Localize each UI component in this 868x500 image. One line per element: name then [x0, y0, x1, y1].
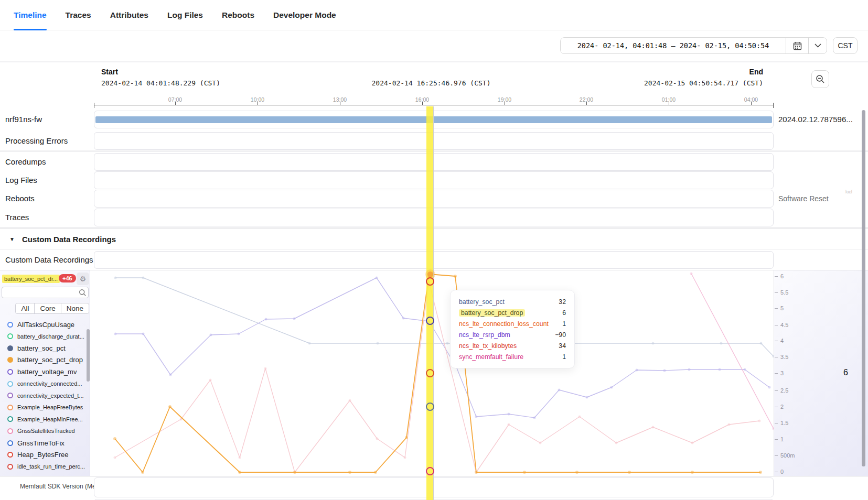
time-tick-mark [505, 102, 505, 105]
legend-color-circle [7, 333, 13, 339]
legend-item-connectivity-expected-t[interactable]: connectivity_expected_t... [0, 390, 87, 401]
firmware-version-bar[interactable] [95, 116, 772, 123]
tab-traces[interactable]: Traces [66, 0, 91, 30]
timeline-cursor-band[interactable] [426, 106, 433, 500]
tab-attributes[interactable]: Attributes [110, 0, 148, 30]
divider [0, 476, 868, 477]
time-tick-mark [258, 102, 258, 105]
selected-metric-chip[interactable]: battery_soc_pct_dr... [2, 275, 60, 283]
legend-item-battery-discharge-durat[interactable]: battery_discharge_durat... [0, 331, 87, 342]
cursor-value-label: 6 [843, 368, 848, 377]
data-point [688, 368, 691, 371]
tooltip-value: −90 [555, 331, 566, 339]
legend-item-example-heapfreebytes[interactable]: Example_HeapFreeBytes [0, 401, 87, 413]
data-point [610, 386, 613, 389]
timeline-track-traces[interactable] [94, 209, 774, 226]
tooltip-row: battery_soc_pct_drop6 [459, 307, 566, 318]
tooltip-value: 32 [559, 298, 566, 306]
date-range-picker[interactable]: 2024- 02-14, 04:01:48 – 2024- 02-15, 04:… [560, 37, 827, 54]
data-point [142, 277, 145, 279]
legend-item-heap-bytesfree[interactable]: Heap_BytesFree [0, 449, 87, 461]
legend-color-circle [7, 464, 13, 470]
legend-item-alltaskscpuusage[interactable]: AllTasksCpuUsage [0, 319, 87, 330]
filter-button-core[interactable]: Core [34, 303, 61, 314]
y-tick-label: 3.5 [780, 354, 788, 360]
tooltip-metric-ncs-lte-rsrp-dbm: ncs_lte_rsrp_dbm [459, 331, 510, 339]
series-line-gnss-satellites-tracked [691, 274, 774, 429]
legend-item-battery-soc-pct[interactable]: battery_soc_pct [0, 342, 87, 354]
row-label-nrf91ns-fw: nrf91ns-fw [5, 115, 42, 124]
legend-item-idle-task-run-time-perc[interactable]: idle_task_run_time_perc... [0, 461, 87, 472]
filter-button-none[interactable]: None [61, 303, 89, 314]
legend-color-circle [7, 393, 13, 398]
legend-search-box[interactable] [2, 287, 89, 298]
tab-developer-mode[interactable]: Developer Mode [273, 0, 336, 30]
data-point [728, 423, 731, 426]
collapse-caret-icon[interactable]: ▼ [9, 236, 15, 242]
legend-item-battery-voltage-mv[interactable]: battery_voltage_mv [0, 366, 87, 377]
legend-item-label: battery_voltage_mv [17, 368, 77, 376]
memfault-sdk-version-track[interactable] [94, 477, 774, 497]
divider [0, 61, 868, 62]
legend-item-example-heapminfree[interactable]: Example_HeapMinFree... [0, 414, 87, 425]
legend-scrollbar[interactable] [87, 329, 90, 382]
legend-item-connectivity-connected[interactable]: connectivity_connected... [0, 378, 87, 389]
search-icon[interactable] [79, 289, 87, 299]
tooltip-value: 1 [562, 320, 566, 328]
series-line-battery-soc-pct-drop [115, 274, 760, 472]
zoom-out-icon[interactable] [811, 70, 829, 88]
data-point [114, 456, 116, 459]
tab-reboots[interactable]: Reboots [222, 0, 254, 30]
legend-color-circle [7, 322, 13, 328]
custom-data-recordings-section: ▼ Custom Data Recordings [0, 229, 868, 249]
data-point [168, 405, 172, 408]
custom-data-recordings-track[interactable] [94, 251, 774, 269]
timeline-track-coredumps[interactable] [94, 153, 774, 171]
legend-item-gnsssatellitestracked[interactable]: GnssSatellitesTracked [0, 425, 87, 437]
timeline-track-log-files[interactable] [94, 171, 774, 189]
data-point [558, 389, 561, 392]
timeline-track-nrf91ns-fw[interactable] [94, 111, 774, 128]
y-tick-label: 6 [780, 273, 784, 279]
main-scrollbar[interactable] [862, 110, 865, 466]
cursor-marker-dot [427, 271, 433, 277]
timeline-track-reboots[interactable] [94, 190, 774, 208]
tooltip-metric-battery-soc-pct-drop: battery_soc_pct_drop [459, 309, 525, 317]
y-tick-label: 3 [780, 370, 784, 376]
tab-log-files[interactable]: Log Files [167, 0, 203, 30]
chevron-down-icon[interactable] [809, 38, 827, 54]
series-line-ncs-lte-tx-kilobytes [115, 282, 759, 472]
filter-button-all[interactable]: All [15, 303, 35, 314]
legend-item-label: idle_task_run_time_perc... [17, 463, 85, 470]
data-point [349, 399, 351, 402]
metric-count-badge: +46 [59, 274, 76, 282]
data-point [169, 374, 172, 376]
tab-bar: TimelineTracesAttributesLog FilesReboots… [0, 0, 868, 30]
legend-item-label: connectivity_expected_t... [17, 393, 84, 399]
data-point [446, 342, 449, 345]
calendar-icon[interactable] [786, 38, 808, 54]
gear-icon[interactable]: ⚙ [77, 273, 89, 285]
timezone-button[interactable]: CST [833, 37, 858, 54]
data-point [265, 318, 267, 321]
legend-item-label: battery_soc_pct [17, 344, 66, 352]
timeline-track-processing-errors[interactable] [94, 132, 774, 150]
aggregation-note: locf [845, 189, 852, 194]
data-point [720, 342, 723, 345]
search-input[interactable] [4, 288, 77, 298]
time-tick-mark [669, 102, 669, 105]
legend-item-gnsstimetofix[interactable]: GnssTimeToFix [0, 437, 87, 449]
y-tick-mark [775, 455, 778, 456]
y-tick-label: 5.5 [780, 289, 788, 296]
tab-timeline[interactable]: Timeline [14, 0, 47, 30]
y-tick-mark [775, 292, 778, 293]
legend-item-battery-soc-pct-drop[interactable]: battery_soc_pct_drop [0, 354, 87, 366]
data-point [773, 428, 774, 430]
data-point [475, 416, 478, 418]
y-tick-label: 4.5 [780, 322, 788, 328]
data-point [404, 456, 406, 459]
time-axis-end-tick [773, 103, 774, 108]
y-tick-mark [775, 407, 778, 407]
data-point [628, 471, 631, 474]
tooltip-row: ncs_lte_tx_kilobytes34 [459, 340, 566, 351]
